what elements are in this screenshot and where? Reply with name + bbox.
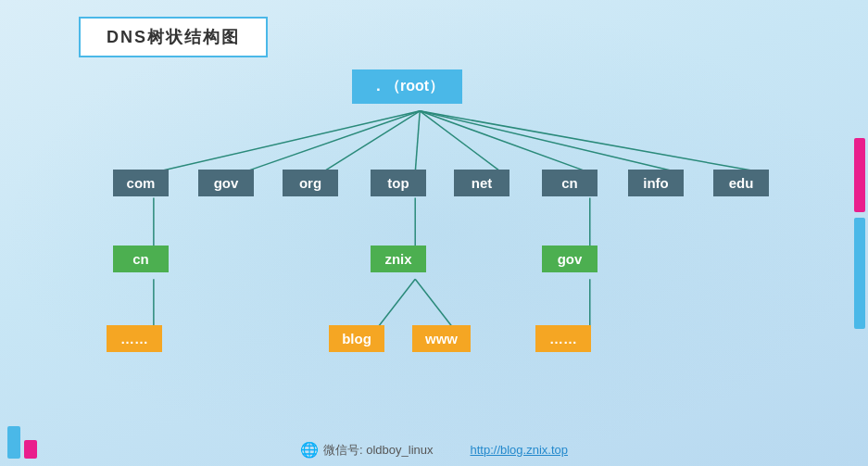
node-gov: gov xyxy=(198,170,254,196)
title-box: DNS树状结构图 xyxy=(79,17,268,57)
deco-bar-blue xyxy=(854,218,865,329)
deco-bar-pink xyxy=(854,138,865,212)
right-deco-bars xyxy=(851,0,868,466)
node-com: com xyxy=(113,170,169,196)
node-top: top xyxy=(371,170,426,196)
svg-line-3 xyxy=(415,111,420,173)
node-info: info xyxy=(628,170,684,196)
node-cn-under-com: cn xyxy=(113,246,169,272)
tree-connections-svg xyxy=(56,60,840,429)
footer: 🌐 微信号: oldboy_linux http://blog.znix.top xyxy=(0,441,868,459)
node-blog: blog xyxy=(329,325,384,352)
tree-diagram: ．（root） com gov org top net cn info edu … xyxy=(56,60,840,429)
node-net: net xyxy=(454,170,509,196)
node-gov-under-cn: gov xyxy=(542,246,598,272)
svg-line-6 xyxy=(420,111,679,173)
svg-line-5 xyxy=(420,111,590,173)
svg-line-1 xyxy=(243,111,421,173)
node-root: ．（root） xyxy=(352,69,462,104)
node-dots-cn: …… xyxy=(535,325,591,352)
node-dots-com: …… xyxy=(107,325,162,352)
main-container: DNS树状结构图 xyxy=(0,0,868,466)
page-title: DNS树状结构图 xyxy=(107,28,240,46)
svg-line-4 xyxy=(420,111,502,173)
svg-line-0 xyxy=(154,111,420,173)
svg-line-2 xyxy=(321,111,420,173)
svg-line-7 xyxy=(420,111,763,173)
wechat-icon: 🌐 xyxy=(300,441,319,459)
wechat-label: 微信号: oldboy_linux xyxy=(323,442,434,459)
node-znix: znix xyxy=(371,246,426,272)
node-cn: cn xyxy=(542,170,598,196)
node-www: www xyxy=(412,325,471,352)
node-edu: edu xyxy=(713,170,769,196)
wechat-info: 🌐 微信号: oldboy_linux xyxy=(300,441,434,459)
footer-url[interactable]: http://blog.znix.top xyxy=(470,443,568,457)
node-org: org xyxy=(283,170,338,196)
